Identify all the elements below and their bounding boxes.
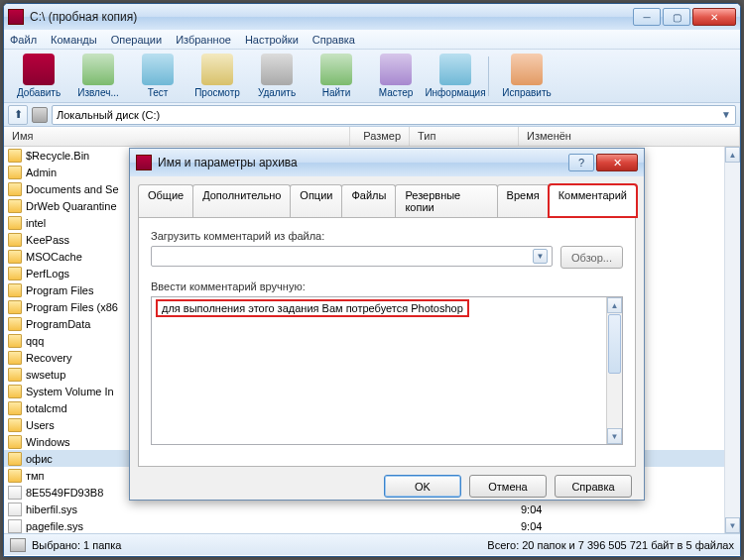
file-icon: [8, 503, 22, 516]
col-modified[interactable]: Изменён: [519, 127, 740, 146]
toolbar-Найти[interactable]: Найти: [308, 54, 365, 98]
menu-commands[interactable]: Команды: [51, 34, 97, 46]
ic-del-icon: [261, 54, 293, 85]
ic-add-icon: [23, 54, 55, 85]
dialog-close-button[interactable]: ✕: [596, 154, 638, 171]
folder-icon: [8, 267, 22, 280]
titlebar: C:\ (пробная копия) ─ ▢ ✕: [4, 4, 740, 30]
comment-textarea[interactable]: для выполнения этого задания Вам потребу…: [151, 296, 623, 445]
scrollbar-vertical[interactable]: ▲ ▼: [606, 297, 622, 444]
archive-params-dialog: Имя и параметры архива ? ✕ ОбщиеДополнит…: [129, 148, 645, 501]
folder-icon: [8, 368, 22, 382]
dialog-title: Имя и параметры архива: [158, 156, 568, 169]
table-row[interactable]: pagefile.sys9:04: [4, 517, 740, 533]
folder-icon: [8, 250, 22, 264]
ok-button[interactable]: OK: [384, 475, 461, 498]
scroll-up-icon[interactable]: ▲: [607, 297, 622, 313]
window-title: C:\ (пробная копия): [30, 10, 633, 24]
tab-panel-comment: Загрузить комментарий из файла: ▼ Обзор.…: [138, 217, 636, 467]
tab-6[interactable]: Комментарий: [549, 184, 637, 217]
path-label: Локальный диск (C:): [57, 109, 160, 121]
dialog-titlebar: Имя и параметры архива ? ✕: [130, 149, 644, 176]
file-icon: [8, 486, 22, 500]
ic-info-icon: [439, 54, 471, 85]
winrar-icon: [8, 9, 24, 25]
ic-wiz-icon: [380, 54, 412, 85]
folder-icon: [8, 351, 22, 365]
close-button[interactable]: ✕: [692, 8, 736, 26]
scrollbar-vertical[interactable]: ▲ ▼: [724, 147, 740, 533]
tabstrip: ОбщиеДополнительноОпцииФайлыРезервные ко…: [130, 176, 644, 217]
comment-text: для выполнения этого задания Вам потребу…: [156, 299, 469, 317]
pathbar: ⬆ Локальный диск (C:) ▼: [4, 103, 740, 127]
col-size[interactable]: Размер: [350, 127, 410, 146]
drive-icon: [32, 107, 48, 123]
scrollbar-thumb[interactable]: [608, 314, 621, 374]
col-name[interactable]: Имя: [4, 127, 350, 146]
toolbar-Добавить[interactable]: Добавить: [10, 54, 67, 98]
folder-icon: [8, 385, 22, 398]
tab-3[interactable]: Файлы: [341, 184, 396, 217]
tab-0[interactable]: Общие: [138, 184, 193, 217]
folder-icon: [8, 199, 22, 213]
maximize-button[interactable]: ▢: [663, 8, 690, 26]
toolbar-Извлеч...[interactable]: Извлеч...: [69, 54, 127, 98]
up-button[interactable]: ⬆: [8, 105, 28, 125]
dialog-help-button[interactable]: ?: [568, 154, 594, 171]
scroll-down-icon[interactable]: ▼: [725, 517, 740, 533]
menu-favorites[interactable]: Избранное: [176, 34, 231, 46]
toolbar-Удалить[interactable]: Удалить: [248, 54, 306, 98]
toolbar-Просмотр[interactable]: Просмотр: [188, 54, 246, 98]
toolbar: ДобавитьИзвлеч...ТестПросмотрУдалитьНайт…: [4, 50, 740, 103]
folder-icon: [8, 300, 22, 314]
scroll-up-icon[interactable]: ▲: [725, 147, 740, 163]
status-right: Всего: 20 папок и 7 396 505 721 байт в 5…: [487, 539, 734, 551]
col-type[interactable]: Тип: [410, 127, 519, 146]
folder-icon: [8, 283, 22, 297]
folder-icon: [8, 233, 22, 247]
toolbar-Тест[interactable]: Тест: [129, 54, 186, 98]
toolbar-Информация[interactable]: Информация: [427, 54, 484, 98]
menu-file[interactable]: Файл: [10, 34, 37, 46]
comment-file-combo[interactable]: ▼: [151, 246, 553, 267]
tab-4[interactable]: Резервные копии: [395, 184, 497, 217]
folder-icon: [8, 452, 22, 466]
scroll-down-icon[interactable]: ▼: [607, 428, 622, 444]
folder-icon: [8, 166, 22, 179]
menu-settings[interactable]: Настройки: [245, 34, 299, 46]
status-icon: [10, 538, 26, 552]
folder-icon: [8, 401, 22, 415]
menu-operations[interactable]: Операции: [111, 34, 162, 46]
file-icon: [8, 519, 22, 533]
folder-icon: [8, 334, 22, 348]
folder-icon: [8, 182, 22, 196]
menubar: Файл Команды Операции Избранное Настройк…: [4, 30, 740, 50]
cancel-button[interactable]: Отмена: [469, 475, 547, 498]
path-combo[interactable]: Локальный диск (C:) ▼: [52, 105, 736, 125]
folder-icon: [8, 418, 22, 432]
tab-5[interactable]: Время: [497, 184, 550, 217]
ic-view-icon: [201, 54, 233, 85]
statusbar: Выбрано: 1 папка Всего: 20 папок и 7 396…: [4, 533, 740, 555]
folder-icon: [8, 317, 22, 331]
tab-2[interactable]: Опции: [290, 184, 342, 217]
chevron-down-icon: ▼: [721, 109, 731, 120]
menu-help[interactable]: Справка: [312, 34, 355, 46]
browse-button[interactable]: Обзор...: [560, 246, 623, 269]
minimize-button[interactable]: ─: [633, 8, 661, 26]
status-left: Выбрано: 1 папка: [32, 539, 121, 551]
folder-icon: [8, 149, 22, 163]
winrar-icon: [136, 155, 152, 170]
chevron-down-icon: ▼: [533, 249, 548, 264]
list-header: Имя Размер Тип Изменён: [4, 127, 740, 147]
tab-1[interactable]: Дополнительно: [192, 184, 291, 217]
folder-icon: [8, 435, 22, 449]
folder-icon: [8, 469, 22, 483]
toolbar-Исправить[interactable]: Исправить: [498, 54, 556, 98]
folder-icon: [8, 216, 22, 230]
dialog-buttons: OK Отмена Справка: [130, 475, 644, 507]
help-button[interactable]: Справка: [555, 475, 632, 498]
ic-find-icon: [320, 54, 352, 85]
toolbar-Мастер[interactable]: Мастер: [367, 54, 425, 98]
ic-fix-icon: [511, 54, 543, 85]
